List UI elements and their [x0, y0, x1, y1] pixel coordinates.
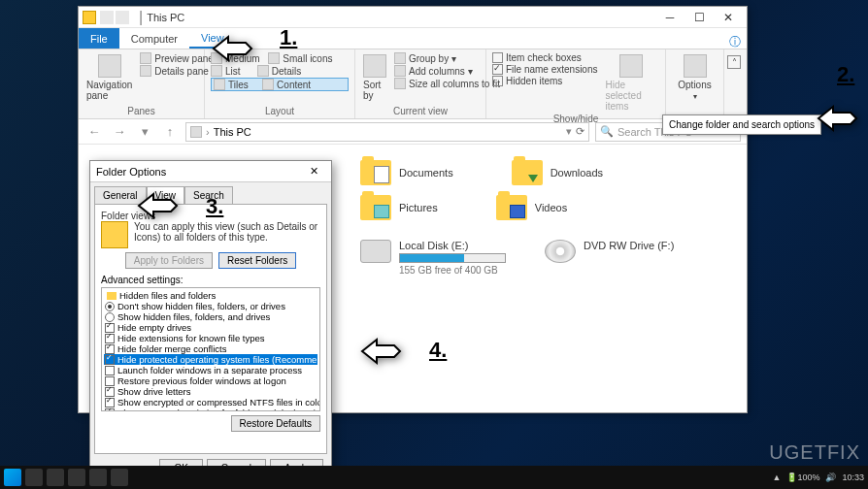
app-icon	[83, 11, 96, 24]
ribbon-expand-icon[interactable]: ˄	[727, 55, 741, 69]
options-icon	[684, 54, 707, 78]
reset-folders-button[interactable]: Reset Folders	[218, 252, 296, 269]
taskbar-icon[interactable]	[47, 469, 64, 486]
adv-item[interactable]: Hide extensions for known file types	[104, 333, 317, 343]
dialog-close-button[interactable]: ✕	[302, 165, 325, 178]
sort-by-button[interactable]: Sort by	[361, 52, 388, 103]
adv-item[interactable]: Hidden files and folders	[104, 290, 317, 301]
options-tooltip: Change folder and search options	[662, 114, 821, 135]
sort-icon	[363, 54, 386, 78]
titlebar[interactable]: | This PC ─ ☐ ✕	[79, 7, 747, 28]
pane-icon	[98, 54, 121, 78]
advanced-settings-list[interactable]: Hidden files and foldersDon't show hidde…	[101, 287, 320, 411]
adv-item[interactable]: Show encrypted or compressed NTFS files …	[104, 397, 317, 408]
tab-computer[interactable]: Computer	[119, 28, 189, 49]
taskbar-icon[interactable]	[68, 469, 85, 486]
up-button[interactable]: ↑	[160, 122, 180, 142]
drive-usage-bar	[399, 253, 506, 263]
tiles-view-button[interactable]: Tiles	[228, 80, 249, 90]
refresh-icon[interactable]: ⟳	[576, 125, 584, 138]
folder-documents[interactable]: Documents	[360, 160, 453, 185]
taskbar-icon[interactable]	[25, 469, 43, 486]
folder-icon	[512, 160, 543, 185]
step-2-label: 2.	[837, 62, 854, 87]
apply-to-folders-button[interactable]: Apply to Folders	[125, 252, 213, 269]
adv-item[interactable]: Show pop-up description for folder and d…	[104, 408, 317, 411]
forward-button[interactable]: →	[110, 122, 129, 142]
navigation-pane-button[interactable]: Navigation pane	[84, 52, 134, 103]
adv-item[interactable]: Hide protected operating system files (R…	[104, 354, 317, 365]
dialog-titlebar[interactable]: Folder Options ✕	[90, 161, 331, 182]
adv-item[interactable]: Launch folder windows in a separate proc…	[104, 365, 317, 375]
file-extensions-toggle[interactable]: File name extensions	[492, 64, 598, 75]
minimize-button[interactable]: ─	[655, 8, 684, 27]
start-button[interactable]	[4, 469, 21, 486]
window-title: This PC	[147, 12, 184, 23]
back-button[interactable]: ←	[84, 122, 104, 142]
item-checkboxes-toggle[interactable]: Item check boxes	[492, 52, 598, 63]
adv-item[interactable]: Restore previous folder windows at logon	[104, 375, 317, 386]
adv-item[interactable]: Hide empty drives	[104, 322, 317, 333]
step-2-cursor-icon	[814, 99, 860, 138]
pc-icon	[190, 126, 202, 138]
restore-defaults-button[interactable]: Restore Defaults	[231, 415, 320, 432]
taskbar[interactable]: ▲🔋100%🔊10:33	[0, 466, 868, 489]
search-icon: 🔍	[600, 125, 614, 138]
history-dropdown[interactable]: ▾	[135, 122, 154, 142]
close-button[interactable]: ✕	[714, 8, 743, 27]
drive-dvd[interactable]: DVD RW Drive (F:)	[545, 240, 674, 276]
step-4-cursor-icon	[357, 332, 404, 371]
adv-item[interactable]: Show drive letters	[104, 386, 317, 397]
step-1-label: 1.	[280, 25, 297, 50]
ribbon-tabs: File Computer View	[79, 28, 747, 49]
folder-downloads[interactable]: Downloads	[512, 160, 603, 185]
address-bar[interactable]: › This PC ▾ ⟳	[185, 122, 589, 142]
step-3-cursor-icon	[134, 186, 181, 225]
system-tray[interactable]: ▲🔋100%🔊10:33	[773, 473, 864, 482]
adv-item[interactable]: Show hidden files, folders, and drives	[104, 311, 317, 322]
taskbar-icon[interactable]	[89, 469, 107, 486]
details-icon	[140, 65, 151, 77]
content-area: Documents Downloads Pictures Videos Loca…	[351, 152, 747, 412]
preview-icon	[140, 52, 151, 64]
dvd-icon	[545, 240, 576, 263]
step-3-label: 3.	[206, 194, 223, 219]
folder-icon	[496, 195, 527, 220]
hide-icon	[619, 54, 643, 78]
adv-item[interactable]: Don't show hidden files, folders, or dri…	[104, 301, 317, 311]
folder-views-icon	[101, 221, 128, 248]
folder-pictures[interactable]: Pictures	[360, 195, 438, 220]
group-by-button[interactable]: Group by ▾	[394, 52, 500, 64]
step-1-cursor-icon	[209, 29, 255, 68]
folder-icon	[360, 195, 391, 220]
step-4-label: 4.	[429, 338, 447, 363]
preview-pane-button[interactable]: Preview pane	[140, 52, 214, 64]
maximize-button[interactable]: ☐	[684, 8, 714, 27]
ribbon: Navigation pane Preview pane Details pan…	[79, 49, 747, 119]
add-columns-button[interactable]: Add columns ▾	[394, 65, 500, 77]
taskbar-icon[interactable]	[111, 469, 128, 486]
size-columns-button[interactable]: Size all columns to fit	[394, 78, 500, 89]
adv-item[interactable]: Hide folder merge conflicts	[104, 343, 317, 354]
hidden-items-toggle[interactable]: Hidden items	[492, 76, 598, 86]
drive-icon	[360, 240, 391, 263]
help-icon[interactable]: ⓘ	[729, 34, 741, 50]
options-button[interactable]: Options▾	[676, 52, 713, 103]
details-pane-button[interactable]: Details pane	[140, 65, 214, 77]
hide-selected-button[interactable]: Hide selected items	[604, 52, 660, 114]
folder-videos[interactable]: Videos	[496, 195, 567, 220]
tab-file[interactable]: File	[79, 28, 119, 49]
drive-local[interactable]: Local Disk (E:) 155 GB free of 400 GB	[360, 240, 506, 276]
watermark: UGETFIX	[769, 441, 860, 464]
address-bar-row: ← → ▾ ↑ › This PC ▾ ⟳ 🔍 Search This PC	[79, 119, 747, 145]
folder-icon	[360, 160, 391, 185]
quick-access-toolbar[interactable]	[100, 11, 129, 24]
